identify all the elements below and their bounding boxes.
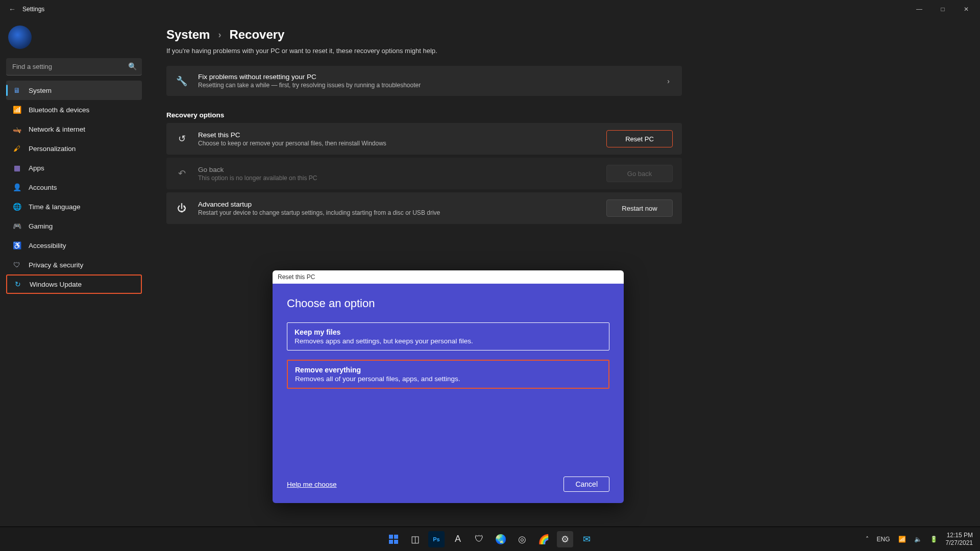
svg-rect-0 [389,535,393,539]
sidebar-item-label: Time & language [29,203,81,211]
sidebar-item-system[interactable]: 🖥 System [6,81,142,100]
card-title: Reset this PC [198,131,596,139]
task-view-icon[interactable]: ◫ [407,531,423,547]
sidebar-item-personalization[interactable]: 🖌 Personalization [6,139,142,158]
system-icon: 🖥 [12,86,21,95]
sidebar-item-windows-update[interactable]: ↻ Windows Update [6,274,142,294]
app-icon[interactable]: A [450,531,466,547]
apps-icon: ▦ [12,163,21,172]
page-title: Recovery [229,28,284,42]
brave-icon[interactable]: 🛡 [471,531,487,547]
sidebar-item-label: Accessibility [29,242,66,249]
power-icon: ⏻ [176,203,188,214]
sidebar-item-label: Bluetooth & devices [29,106,89,114]
card-title: Go back [198,166,596,173]
back-button[interactable]: ← [2,5,22,13]
card-desc: Restart your device to change startup se… [198,209,596,216]
history-icon: ↶ [176,168,188,179]
chrome-icon[interactable]: ◎ [514,531,530,547]
card-title: Advanced startup [198,201,596,208]
dialog-titlebar: Reset this PC [273,270,624,284]
breadcrumb-root[interactable]: System [166,28,210,42]
restart-now-button[interactable]: Restart now [606,199,673,217]
chevron-right-icon: › [667,77,673,85]
tray-time: 12:15 PM [946,532,973,539]
card-advanced-startup: ⏻ Advanced startup Restart your device t… [166,192,682,224]
card-desc: Resetting can take a while — first, try … [198,82,657,89]
reset-pc-dialog: Reset this PC Choose an option Keep my f… [273,270,624,503]
start-button[interactable] [385,531,402,547]
sidebar-item-label: Windows Update [30,281,82,288]
sidebar-item-network[interactable]: 🛶 Network & internet [6,119,142,139]
sidebar-item-label: Personalization [29,145,76,153]
reset-pc-button[interactable]: Reset PC [606,130,673,147]
sidebar-item-time[interactable]: 🌐 Time & language [6,197,142,216]
sidebar-item-label: Accounts [29,184,57,191]
sidebar-item-privacy[interactable]: 🛡 Privacy & security [6,255,142,274]
window-title: Settings [22,6,44,13]
sidebar-item-label: Network & internet [29,126,85,133]
chevron-right-icon: › [218,30,221,40]
sidebar-item-accounts[interactable]: 👤 Accounts [6,178,142,197]
update-icon: ↻ [13,280,22,289]
sidebar-item-label: Apps [29,164,44,172]
tray-date: 7/27/2021 [946,539,973,546]
cancel-button[interactable]: Cancel [564,477,609,492]
option-title: Keep my files [295,328,602,336]
tray-clock[interactable]: 12:15 PM 7/27/2021 [946,532,973,546]
option-title: Remove everything [295,366,601,374]
sidebar-item-bluetooth[interactable]: 📶 Bluetooth & devices [6,100,142,119]
mail-icon[interactable]: ✉ [578,531,595,547]
tray-battery-icon[interactable]: 🔋 [930,536,938,543]
svg-rect-1 [394,535,398,539]
bluetooth-icon: 📶 [12,105,21,114]
sidebar-item-gaming[interactable]: 🎮 Gaming [6,216,142,236]
go-back-button: Go back [606,165,673,182]
card-title: Fix problems without resetting your PC [198,73,657,81]
user-avatar[interactable] [8,26,32,49]
dialog-heading: Choose an option [287,297,609,310]
close-button[interactable]: ✕ [954,1,978,17]
tray-volume-icon[interactable]: 🔈 [914,536,922,543]
option-desc: Removes apps and settings, but keeps you… [295,337,602,345]
accessibility-icon: ♿ [12,241,21,250]
breadcrumb: System › Recovery [166,28,960,42]
search-icon: 🔍 [128,62,137,70]
card-desc: Choose to keep or remove your personal f… [198,140,596,147]
firefox-icon[interactable]: 🌏 [493,531,509,547]
sidebar-item-label: Privacy & security [29,261,83,269]
maximize-button[interactable]: □ [931,1,954,17]
card-go-back: ↶ Go back This option is no longer avail… [166,158,682,189]
photoshop-icon[interactable]: Ps [428,531,445,547]
wifi-icon: 🛶 [12,124,21,134]
card-fix-problems[interactable]: 🔧 Fix problems without resetting your PC… [166,66,682,96]
globe-icon: 🌐 [12,202,21,211]
settings-icon[interactable]: ⚙ [557,531,573,547]
option-keep-my-files[interactable]: Keep my files Removes apps and settings,… [287,322,609,350]
wrench-icon: 🔧 [176,76,188,87]
reset-icon: ↺ [176,133,188,144]
svg-rect-2 [389,540,393,544]
person-icon: 👤 [12,183,21,192]
sidebar-item-label: Gaming [29,222,53,230]
sidebar-item-accessibility[interactable]: ♿ Accessibility [6,236,142,255]
help-me-choose-link[interactable]: Help me choose [287,481,337,488]
svg-rect-3 [394,540,398,544]
shield-icon: 🛡 [12,260,21,269]
search-input[interactable] [6,58,142,76]
tray-wifi-icon[interactable]: 📶 [898,536,906,543]
option-remove-everything[interactable]: Remove everything Removes all of your pe… [287,360,609,389]
minimize-button[interactable]: ― [908,1,931,17]
gamepad-icon: 🎮 [12,221,21,231]
edge-icon[interactable]: 🌈 [535,531,552,547]
brush-icon: 🖌 [12,144,21,153]
card-desc: This option is no longer available on th… [198,174,596,182]
tray-chevron-icon[interactable]: ˄ [866,536,869,543]
section-title: Recovery options [166,111,960,119]
tray-language[interactable]: ENG [877,536,890,543]
sidebar-item-apps[interactable]: ▦ Apps [6,158,142,178]
card-reset-pc: ↺ Reset this PC Choose to keep or remove… [166,123,682,155]
sidebar-item-label: System [29,87,52,94]
page-subtitle: If you're having problems with your PC o… [166,47,960,55]
option-desc: Removes all of your personal files, apps… [295,375,601,383]
